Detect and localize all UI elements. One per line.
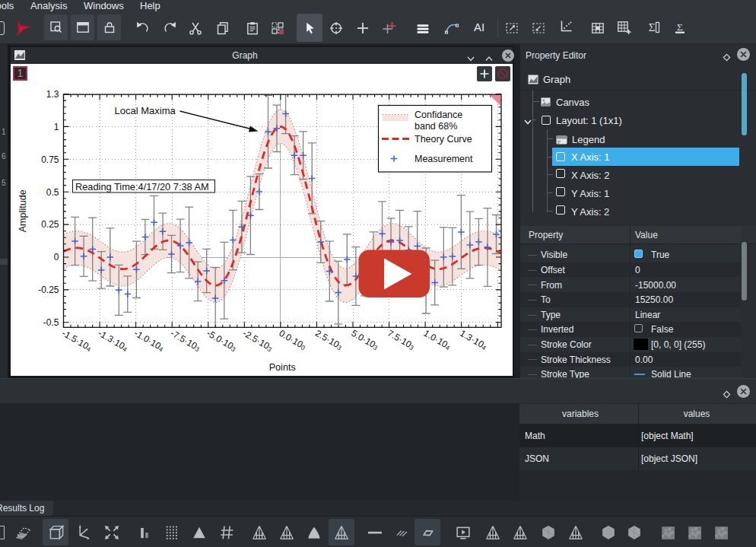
- svg-text:-1.5·104: -1.5·104: [60, 328, 94, 354]
- svg-text:1.3·104: 1.3·104: [458, 328, 489, 352]
- svg-text:-0.25: -0.25: [38, 285, 59, 295]
- svg-text:-7.5·103: -7.5·103: [169, 328, 202, 354]
- svg-text:0.0·100: 0.0·100: [277, 328, 308, 352]
- svg-text:Reading Time:4/17/20 7:38 AM: Reading Time:4/17/20 7:38 AM: [75, 181, 209, 192]
- svg-text:Local Maxima: Local Maxima: [115, 105, 176, 116]
- svg-text:-1.0·104: -1.0·104: [132, 328, 166, 354]
- svg-text:Σ: Σ: [649, 21, 656, 33]
- svg-text:AI: AI: [474, 21, 484, 33]
- svg-text:1.0·104: 1.0·104: [422, 328, 453, 352]
- svg-text:Theory Curve: Theory Curve: [415, 134, 472, 145]
- svg-text:0.25: 0.25: [41, 219, 59, 230]
- svg-text:Σ: Σ: [677, 21, 683, 33]
- svg-text:-0.5: -0.5: [43, 317, 59, 328]
- svg-text:Measurement: Measurement: [415, 154, 473, 164]
- svg-text:0.5: 0.5: [46, 187, 59, 198]
- svg-text:7.5·103: 7.5·103: [386, 328, 417, 352]
- svg-text:-5.0·103: -5.0·103: [205, 328, 238, 354]
- svg-text:-1.3·104: -1.3·104: [97, 328, 130, 354]
- svg-text:Amplitude: Amplitude: [17, 189, 28, 232]
- svg-text:2.5·103: 2.5·103: [313, 328, 345, 352]
- svg-text:1: 1: [54, 122, 59, 132]
- svg-text:-2.5·103: -2.5·103: [241, 328, 275, 354]
- svg-text:1.3: 1.3: [46, 89, 59, 100]
- svg-text:Points: Points: [269, 362, 296, 373]
- svg-text:5.0·103: 5.0·103: [350, 328, 381, 352]
- svg-text:Confidance: Confidance: [415, 110, 462, 120]
- svg-text:0.75: 0.75: [41, 154, 59, 165]
- svg-text:band 68%: band 68%: [415, 121, 457, 132]
- svg-text:0: 0: [54, 252, 59, 262]
